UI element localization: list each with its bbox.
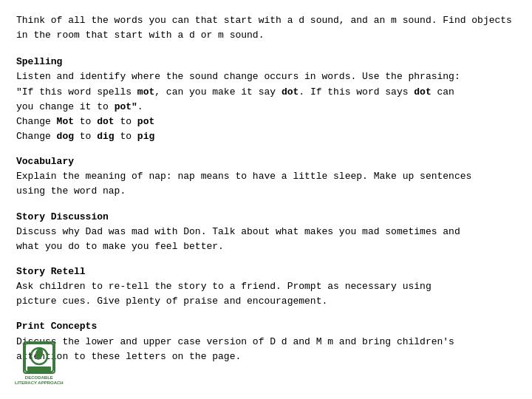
section-print-concepts: Print Concepts Discuss the lower and upp… bbox=[16, 319, 516, 364]
spelling-body: Listen and identify where the sound chan… bbox=[16, 69, 516, 144]
print-concepts-title: Print Concepts bbox=[16, 319, 516, 334]
vocabulary-body: Explain the meaning of nap: nap means to… bbox=[16, 169, 516, 199]
svg-rect-3 bbox=[27, 366, 51, 371]
spelling-title: Spelling bbox=[16, 55, 516, 69]
vocabulary-title: Vocabulary bbox=[16, 154, 516, 169]
spelling-line1: Listen and identify where the sound chan… bbox=[16, 71, 460, 142]
logo-area: DECODABLE LITERACY APPROACH bbox=[15, 341, 64, 386]
print-concepts-body: Discuss the lower and upper case version… bbox=[16, 335, 516, 364]
intro-paragraph: Think of all the words you can that star… bbox=[16, 13, 516, 43]
vocabulary-text: Explain the meaning of nap: nap means to… bbox=[16, 171, 471, 197]
story-retell-text: Ask children to re-tell the story to a f… bbox=[16, 281, 432, 307]
section-spelling: Spelling Listen and identify where the s… bbox=[16, 55, 516, 144]
story-retell-title: Story Retell bbox=[16, 265, 516, 279]
section-story-retell: Story Retell Ask children to re-tell the… bbox=[16, 265, 516, 309]
logo-svg bbox=[24, 343, 54, 372]
print-concepts-text: Discuss the lower and upper case version… bbox=[16, 336, 454, 362]
section-story-discussion: Story Discussion Discuss why Dad was mad… bbox=[16, 210, 516, 254]
story-discussion-text: Discuss why Dad was mad with Don. Talk a… bbox=[16, 226, 460, 252]
section-vocabulary: Vocabulary Explain the meaning of nap: n… bbox=[16, 154, 516, 199]
logo-box bbox=[23, 341, 55, 374]
main-content: Think of all the words you can that star… bbox=[0, 0, 532, 389]
story-retell-body: Ask children to re-tell the story to a f… bbox=[16, 279, 516, 309]
intro-text: Think of all the words you can that star… bbox=[16, 15, 512, 41]
story-discussion-body: Discuss why Dad was mad with Don. Talk a… bbox=[16, 225, 516, 254]
logo-text: DECODABLE LITERACY APPROACH bbox=[15, 375, 64, 386]
story-discussion-title: Story Discussion bbox=[16, 210, 516, 225]
